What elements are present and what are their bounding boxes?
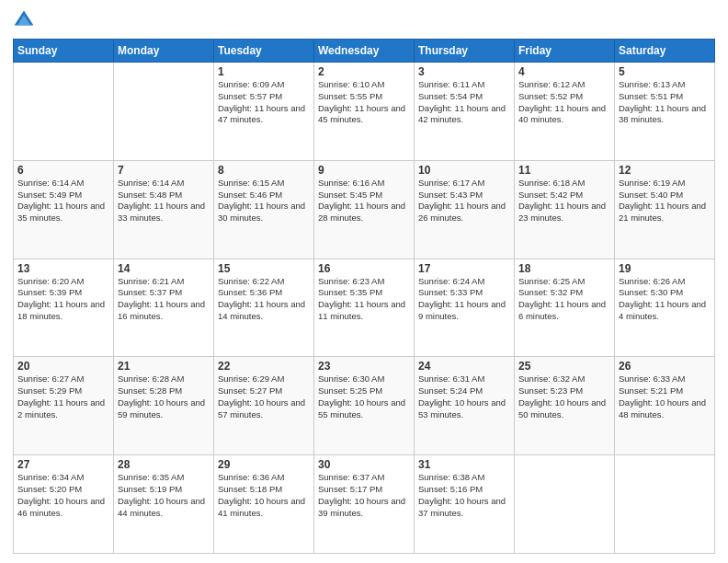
day-number: 23 [318,360,410,373]
cell-info: Sunrise: 6:18 AM Sunset: 5:42 PM Dayligh… [518,178,610,224]
week-row-5: 27Sunrise: 6:34 AM Sunset: 5:20 PM Dayli… [14,455,715,554]
day-number: 27 [17,458,109,471]
calendar-cell: 28Sunrise: 6:35 AM Sunset: 5:19 PM Dayli… [114,455,214,554]
calendar-cell: 1Sunrise: 6:09 AM Sunset: 5:57 PM Daylig… [214,63,314,161]
weekday-header-thursday: Thursday [415,40,515,63]
cell-info: Sunrise: 6:20 AM Sunset: 5:39 PM Dayligh… [17,276,109,323]
weekday-header-tuesday: Tuesday [214,40,314,63]
day-number: 28 [118,458,210,471]
day-number: 17 [418,262,510,275]
cell-info: Sunrise: 6:21 AM Sunset: 5:37 PM Dayligh… [118,276,210,323]
calendar-cell: 7Sunrise: 6:14 AM Sunset: 5:48 PM Daylig… [114,160,214,259]
day-number: 8 [218,164,310,177]
calendar-cell: 25Sunrise: 6:32 AM Sunset: 5:23 PM Dayli… [515,357,615,455]
weekday-header-saturday: Saturday [615,40,715,63]
calendar-cell: 12Sunrise: 6:19 AM Sunset: 5:40 PM Dayli… [615,160,715,259]
calendar-cell: 23Sunrise: 6:30 AM Sunset: 5:25 PM Dayli… [314,357,415,455]
cell-info: Sunrise: 6:17 AM Sunset: 5:43 PM Dayligh… [418,178,510,224]
calendar-cell: 14Sunrise: 6:21 AM Sunset: 5:37 PM Dayli… [114,259,214,357]
calendar-cell: 20Sunrise: 6:27 AM Sunset: 5:29 PM Dayli… [14,357,114,455]
calendar-cell [14,63,114,161]
cell-info: Sunrise: 6:11 AM Sunset: 5:54 PM Dayligh… [418,79,510,126]
calendar-table: SundayMondayTuesdayWednesdayThursdayFrid… [13,39,715,554]
calendar-cell: 13Sunrise: 6:20 AM Sunset: 5:39 PM Dayli… [14,259,114,357]
cell-info: Sunrise: 6:36 AM Sunset: 5:18 PM Dayligh… [218,472,310,519]
calendar-cell: 22Sunrise: 6:29 AM Sunset: 5:27 PM Dayli… [214,357,314,455]
day-number: 22 [218,360,310,373]
day-number: 3 [418,65,510,78]
day-number: 1 [218,65,310,78]
cell-info: Sunrise: 6:23 AM Sunset: 5:35 PM Dayligh… [318,276,410,323]
header [13,9,715,31]
calendar-cell: 9Sunrise: 6:16 AM Sunset: 5:45 PM Daylig… [314,160,415,259]
day-number: 30 [318,458,410,471]
calendar-cell: 11Sunrise: 6:18 AM Sunset: 5:42 PM Dayli… [515,160,615,259]
week-row-2: 6Sunrise: 6:14 AM Sunset: 5:49 PM Daylig… [14,160,715,259]
cell-info: Sunrise: 6:38 AM Sunset: 5:16 PM Dayligh… [418,472,510,519]
day-number: 2 [318,65,410,78]
cell-info: Sunrise: 6:24 AM Sunset: 5:33 PM Dayligh… [418,276,510,323]
day-number: 11 [518,164,610,177]
calendar-cell [515,455,615,554]
cell-info: Sunrise: 6:28 AM Sunset: 5:28 PM Dayligh… [118,373,210,420]
day-number: 7 [118,164,210,177]
day-number: 25 [518,360,610,373]
day-number: 16 [318,262,410,275]
cell-info: Sunrise: 6:15 AM Sunset: 5:46 PM Dayligh… [218,178,310,224]
calendar-cell: 27Sunrise: 6:34 AM Sunset: 5:20 PM Dayli… [14,455,114,554]
cell-info: Sunrise: 6:27 AM Sunset: 5:29 PM Dayligh… [17,373,109,420]
day-number: 14 [118,262,210,275]
calendar-cell: 2Sunrise: 6:10 AM Sunset: 5:55 PM Daylig… [314,63,415,161]
page: SundayMondayTuesdayWednesdayThursdayFrid… [0,0,728,563]
cell-info: Sunrise: 6:30 AM Sunset: 5:25 PM Dayligh… [318,373,410,420]
cell-info: Sunrise: 6:37 AM Sunset: 5:17 PM Dayligh… [318,472,410,519]
calendar-cell: 16Sunrise: 6:23 AM Sunset: 5:35 PM Dayli… [314,259,415,357]
weekday-header-monday: Monday [114,40,214,63]
logo [13,9,37,31]
day-number: 13 [17,262,109,275]
calendar-cell: 15Sunrise: 6:22 AM Sunset: 5:36 PM Dayli… [214,259,314,357]
week-row-4: 20Sunrise: 6:27 AM Sunset: 5:29 PM Dayli… [14,357,715,455]
day-number: 4 [518,65,610,78]
week-row-1: 1Sunrise: 6:09 AM Sunset: 5:57 PM Daylig… [14,63,715,161]
calendar-cell: 29Sunrise: 6:36 AM Sunset: 5:18 PM Dayli… [214,455,314,554]
weekday-header-sunday: Sunday [14,40,114,63]
day-number: 15 [218,262,310,275]
weekday-header-row: SundayMondayTuesdayWednesdayThursdayFrid… [14,40,715,63]
calendar-cell: 31Sunrise: 6:38 AM Sunset: 5:16 PM Dayli… [415,455,515,554]
day-number: 9 [318,164,410,177]
calendar-cell: 19Sunrise: 6:26 AM Sunset: 5:30 PM Dayli… [615,259,715,357]
cell-info: Sunrise: 6:35 AM Sunset: 5:19 PM Dayligh… [118,472,210,519]
calendar-cell: 21Sunrise: 6:28 AM Sunset: 5:28 PM Dayli… [114,357,214,455]
day-number: 10 [418,164,510,177]
calendar-cell: 8Sunrise: 6:15 AM Sunset: 5:46 PM Daylig… [214,160,314,259]
calendar-cell: 4Sunrise: 6:12 AM Sunset: 5:52 PM Daylig… [515,63,615,161]
day-number: 6 [17,164,109,177]
cell-info: Sunrise: 6:10 AM Sunset: 5:55 PM Dayligh… [318,79,410,126]
day-number: 21 [118,360,210,373]
calendar-cell: 3Sunrise: 6:11 AM Sunset: 5:54 PM Daylig… [415,63,515,161]
cell-info: Sunrise: 6:09 AM Sunset: 5:57 PM Dayligh… [218,79,310,126]
day-number: 12 [619,164,711,177]
cell-info: Sunrise: 6:13 AM Sunset: 5:51 PM Dayligh… [619,79,711,126]
week-row-3: 13Sunrise: 6:20 AM Sunset: 5:39 PM Dayli… [14,259,715,357]
cell-info: Sunrise: 6:19 AM Sunset: 5:40 PM Dayligh… [619,178,711,224]
cell-info: Sunrise: 6:22 AM Sunset: 5:36 PM Dayligh… [218,276,310,323]
day-number: 18 [518,262,610,275]
cell-info: Sunrise: 6:32 AM Sunset: 5:23 PM Dayligh… [518,373,610,420]
cell-info: Sunrise: 6:26 AM Sunset: 5:30 PM Dayligh… [619,276,711,323]
cell-info: Sunrise: 6:34 AM Sunset: 5:20 PM Dayligh… [17,472,109,519]
weekday-header-wednesday: Wednesday [314,40,415,63]
calendar-cell: 10Sunrise: 6:17 AM Sunset: 5:43 PM Dayli… [415,160,515,259]
day-number: 5 [619,65,711,78]
day-number: 20 [17,360,109,373]
cell-info: Sunrise: 6:25 AM Sunset: 5:32 PM Dayligh… [518,276,610,323]
calendar-cell: 30Sunrise: 6:37 AM Sunset: 5:17 PM Dayli… [314,455,415,554]
calendar-cell: 26Sunrise: 6:33 AM Sunset: 5:21 PM Dayli… [615,357,715,455]
calendar-cell: 5Sunrise: 6:13 AM Sunset: 5:51 PM Daylig… [615,63,715,161]
day-number: 29 [218,458,310,471]
day-number: 31 [418,458,510,471]
cell-info: Sunrise: 6:16 AM Sunset: 5:45 PM Dayligh… [318,178,410,224]
calendar-cell: 18Sunrise: 6:25 AM Sunset: 5:32 PM Dayli… [515,259,615,357]
day-number: 26 [619,360,711,373]
